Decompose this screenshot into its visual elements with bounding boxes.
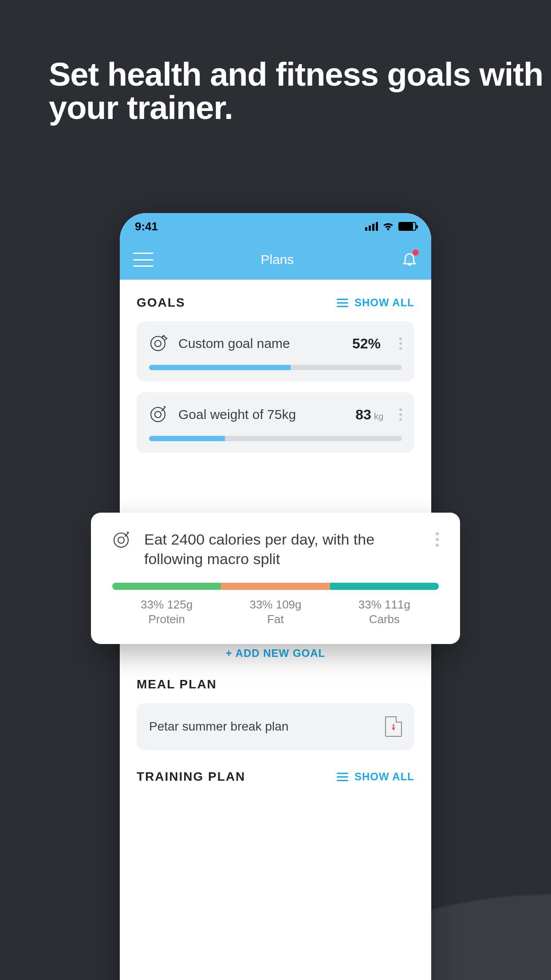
macro-column-protein: 33% 125g Protein bbox=[112, 598, 221, 626]
status-time: 9:41 bbox=[135, 220, 158, 233]
goal-detail-overlay-card[interactable]: Eat 2400 calories per day, with the foll… bbox=[91, 513, 460, 644]
target-icon bbox=[112, 530, 132, 551]
goal-card[interactable]: Goal weight of 75kg 83kg bbox=[137, 392, 414, 453]
svg-point-7 bbox=[118, 537, 124, 543]
training-section-header: TRAINING PLAN SHOW ALL bbox=[137, 770, 414, 784]
svg-point-1 bbox=[155, 340, 161, 347]
goal-menu-button[interactable] bbox=[399, 337, 402, 350]
overlay-menu-button[interactable] bbox=[436, 532, 439, 547]
nav-bar: Plans bbox=[120, 240, 431, 280]
goal-name: Goal weight of 75kg bbox=[178, 407, 346, 422]
meal-plan-name: Petar summer break plan bbox=[149, 719, 288, 734]
target-icon bbox=[149, 404, 169, 425]
show-all-label: SHOW ALL bbox=[354, 296, 414, 309]
goal-name: Custom goal name bbox=[178, 336, 342, 351]
meal-section-header: MEAL PLAN bbox=[137, 677, 414, 692]
progress-bar bbox=[149, 436, 402, 441]
training-title: TRAINING PLAN bbox=[137, 770, 245, 784]
macro-column-fat: 33% 109g Fat bbox=[221, 598, 330, 626]
cellular-signal-icon bbox=[365, 222, 378, 231]
goal-value: 52% bbox=[352, 336, 383, 352]
list-icon bbox=[337, 773, 348, 781]
training-show-all-button[interactable]: SHOW ALL bbox=[337, 771, 414, 783]
wifi-icon bbox=[382, 222, 394, 231]
svg-point-0 bbox=[151, 336, 165, 351]
macro-split-bar bbox=[112, 583, 439, 590]
goal-card[interactable]: Custom goal name 52% bbox=[137, 321, 414, 382]
menu-button[interactable] bbox=[133, 253, 153, 267]
macro-segment-carbs bbox=[330, 583, 439, 590]
battery-icon bbox=[398, 222, 416, 231]
goals-show-all-button[interactable]: SHOW ALL bbox=[337, 296, 414, 309]
target-star-icon bbox=[149, 333, 169, 354]
show-all-label: SHOW ALL bbox=[354, 771, 414, 783]
overlay-goal-title: Eat 2400 calories per day, with the foll… bbox=[144, 530, 423, 569]
macro-segment-protein bbox=[112, 583, 221, 590]
add-goal-button[interactable]: + ADD NEW GOAL bbox=[137, 639, 414, 677]
status-bar: 9:41 bbox=[120, 213, 431, 240]
goals-section-header: GOALS SHOW ALL bbox=[137, 296, 414, 310]
nav-title: Plans bbox=[260, 252, 294, 267]
status-indicators bbox=[365, 222, 416, 231]
pdf-file-icon bbox=[385, 716, 402, 737]
goal-value: 83kg bbox=[355, 407, 383, 423]
goals-title: GOALS bbox=[137, 296, 185, 310]
promo-heading: Set health and fitness goals with your t… bbox=[49, 58, 551, 125]
macro-column-carbs: 33% 111g Carbs bbox=[330, 598, 439, 626]
meal-plan-card[interactable]: Petar summer break plan bbox=[137, 703, 414, 750]
svg-point-3 bbox=[155, 411, 161, 418]
notification-badge-icon bbox=[413, 249, 419, 256]
list-icon bbox=[337, 299, 348, 307]
goal-menu-button[interactable] bbox=[399, 408, 402, 421]
progress-bar bbox=[149, 365, 402, 370]
macro-labels: 33% 125g Protein 33% 109g Fat 33% 111g C… bbox=[112, 598, 439, 626]
notifications-button[interactable] bbox=[401, 250, 418, 269]
meal-title: MEAL PLAN bbox=[137, 677, 217, 692]
macro-segment-fat bbox=[221, 583, 330, 590]
